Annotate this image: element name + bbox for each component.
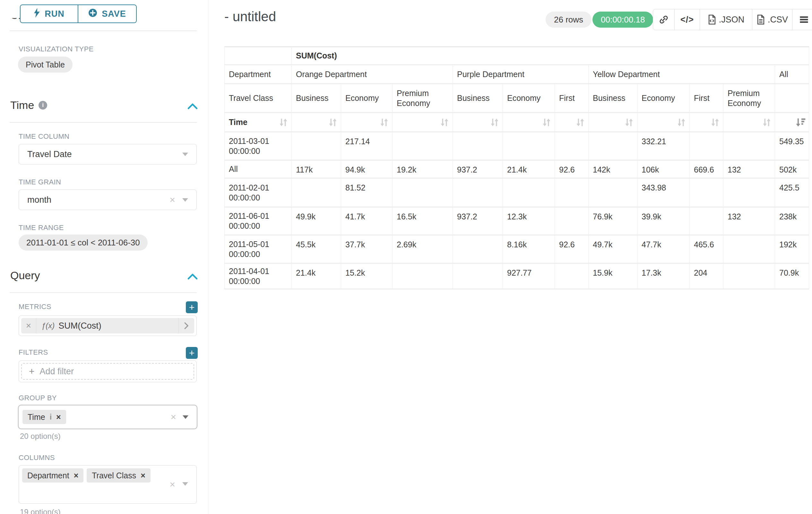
- column-header: Economy: [503, 84, 555, 113]
- export-csv-button[interactable]: .CSV: [752, 9, 792, 30]
- control-panel: Chart Type RUN SAVE VISUALIZATION TYPE P…: [0, 0, 208, 514]
- sort-icon[interactable]: [440, 117, 449, 128]
- value-cell: [723, 132, 775, 161]
- value-cell: 8.16k: [503, 236, 555, 264]
- value-cell: [292, 132, 341, 161]
- query-section-heading: Query: [10, 269, 40, 282]
- csv-label: .CSV: [768, 15, 788, 25]
- tag-label: Department: [27, 471, 69, 480]
- time-column-select[interactable]: Travel Date: [19, 144, 197, 164]
- more-menu-button[interactable]: [792, 9, 812, 30]
- sortable-column: [775, 113, 809, 132]
- chevron-up-icon[interactable]: [187, 272, 198, 282]
- value-cell: [589, 132, 637, 161]
- columns-label: COLUMNS: [19, 454, 55, 462]
- clear-icon[interactable]: ×: [170, 195, 175, 205]
- tag-label: Time: [28, 412, 45, 422]
- row-label: 2011-04-01 00:00:00: [225, 264, 292, 290]
- remove-tag-icon[interactable]: ×: [74, 471, 79, 480]
- caret-down-icon[interactable]: [183, 415, 188, 419]
- add-filter-button[interactable]: + Add filter: [21, 363, 194, 380]
- caret-down-icon[interactable]: [182, 198, 188, 202]
- remove-metric-icon[interactable]: ×: [21, 318, 36, 333]
- column-header: [775, 84, 809, 113]
- metrics-label: METRICS: [19, 303, 51, 311]
- value-cell: 94.9k: [341, 161, 393, 179]
- clear-icon[interactable]: ×: [170, 480, 175, 489]
- columns-tag[interactable]: Department ×: [22, 468, 83, 483]
- columns-select[interactable]: Department × Travel Class × ×: [19, 465, 197, 504]
- pivot-table-container: SUM(Cost)DepartmentOrange DepartmentPurp…: [224, 46, 809, 290]
- value-cell: [393, 179, 453, 208]
- remove-tag-icon[interactable]: ×: [141, 471, 145, 480]
- link-icon: [659, 15, 669, 24]
- filters-box: + Add filter: [19, 360, 197, 382]
- save-label: SAVE: [102, 9, 126, 19]
- group-by-label: GROUP BY: [19, 394, 57, 402]
- value-cell: 12.3k: [503, 208, 555, 236]
- caret-down-icon[interactable]: [182, 153, 188, 156]
- value-cell: 343.98: [637, 179, 690, 208]
- column-header: Economy: [341, 84, 393, 113]
- remove-tag-icon[interactable]: ×: [56, 412, 61, 422]
- sort-icon[interactable]: [676, 117, 686, 128]
- sort-icon[interactable]: [279, 117, 288, 128]
- value-cell: 132: [723, 208, 775, 236]
- sort-icon[interactable]: [379, 117, 389, 128]
- sort-icon[interactable]: [624, 117, 634, 128]
- value-cell: 76.9k: [589, 208, 637, 236]
- info-icon: i: [38, 101, 47, 110]
- sort-icon[interactable]: [710, 117, 720, 128]
- value-cell: [589, 179, 637, 208]
- value-cell: 70.9k: [775, 264, 809, 290]
- caret-down-icon[interactable]: [182, 482, 188, 486]
- save-button[interactable]: SAVE: [78, 5, 136, 23]
- value-cell: 106k: [637, 161, 690, 179]
- value-cell: 21.4k: [292, 264, 341, 290]
- column-header: Economy: [637, 84, 690, 113]
- columns-tag[interactable]: Travel Class ×: [87, 468, 150, 483]
- view-query-button[interactable]: </>: [674, 9, 700, 30]
- export-json-button[interactable]: .JSON: [700, 9, 752, 30]
- value-cell: 465.6: [690, 236, 723, 264]
- sort-icon[interactable]: [490, 117, 499, 128]
- sortable-column: [393, 113, 453, 132]
- value-cell: [555, 208, 589, 236]
- sort-icon[interactable]: [542, 117, 551, 128]
- share-link-button[interactable]: [653, 9, 674, 30]
- chevron-up-icon[interactable]: [187, 102, 198, 112]
- time-grain-value: month: [27, 195, 51, 205]
- run-button[interactable]: RUN: [21, 5, 78, 23]
- value-cell: 549.35: [775, 132, 809, 161]
- clear-icon[interactable]: ×: [170, 412, 176, 422]
- chevron-right-icon[interactable]: [178, 318, 194, 333]
- sort-icon[interactable]: [762, 117, 772, 128]
- add-metric-button[interactable]: +: [186, 301, 198, 313]
- value-cell: [723, 179, 775, 208]
- sort-icon[interactable]: [576, 117, 585, 128]
- row-label: All: [225, 161, 292, 179]
- value-cell: 502k: [775, 161, 809, 179]
- group-by-tag[interactable]: Time i ×: [23, 410, 66, 424]
- file-code-icon: [708, 15, 716, 25]
- value-cell: 332.21: [637, 132, 690, 161]
- metric-pill[interactable]: × ƒ(x) SUM(Cost): [21, 318, 194, 333]
- time-range-pill[interactable]: 2011-01-01 ≤ col < 2011-06-30: [19, 235, 148, 250]
- value-cell: [690, 179, 723, 208]
- time-grain-select[interactable]: month ×: [19, 190, 197, 210]
- chart-title[interactable]: - untitled: [224, 9, 276, 24]
- visualization-type-pill[interactable]: Pivot Table: [18, 57, 72, 73]
- value-cell: 47.7k: [637, 236, 690, 264]
- add-filter-plus-button[interactable]: +: [186, 347, 198, 359]
- sort-icon[interactable]: [328, 117, 338, 128]
- info-icon: i: [50, 413, 52, 422]
- column-header: Business: [589, 84, 637, 113]
- value-cell: 21.4k: [503, 161, 555, 179]
- value-cell: 15.2k: [341, 264, 393, 290]
- sort-desc-icon[interactable]: [795, 117, 806, 128]
- value-cell: 17.3k: [637, 264, 690, 290]
- group-by-select[interactable]: Time i × ×: [18, 405, 197, 429]
- value-cell: [393, 264, 453, 290]
- column-header: Premium Economy: [393, 84, 453, 113]
- time-heading-label: Time: [10, 99, 34, 111]
